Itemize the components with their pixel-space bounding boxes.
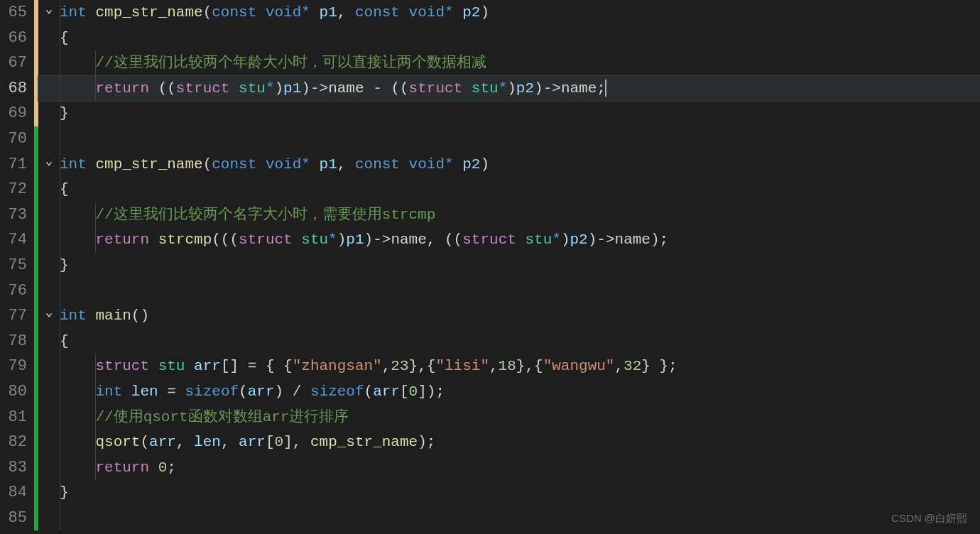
- code-token: "lisi": [435, 358, 489, 374]
- code-token: 32: [624, 358, 641, 374]
- line-number: 82: [0, 430, 27, 455]
- line-number: 70: [0, 126, 27, 152]
- line-number: 74: [0, 227, 27, 253]
- code-line[interactable]: //这里我们比较两个年龄大小时，可以直接让两个数据相减: [38, 50, 980, 76]
- code-token: ,: [489, 358, 499, 374]
- code-token: stu: [301, 231, 328, 248]
- code-token: ],: [283, 434, 310, 450]
- code-token: sizeof: [310, 383, 364, 400]
- code-token: stu: [158, 358, 194, 374]
- code-token: ): [561, 231, 570, 248]
- line-number: 72: [0, 177, 27, 202]
- code-token: ): [480, 156, 489, 173]
- code-token: 18: [499, 358, 516, 374]
- code-line[interactable]: int len = sizeof(arr) / sizeof(arr[0]);: [38, 379, 980, 405]
- code-token: (: [239, 383, 248, 400]
- code-token: p1: [310, 4, 337, 21]
- code-token: ): [301, 80, 310, 97]
- code-line[interactable]: }: [38, 480, 980, 506]
- code-token: ): [507, 80, 516, 97]
- code-token: [: [266, 434, 275, 450]
- code-token: //这里我们比较两个名字大小时，需要使用strcmp: [95, 207, 435, 223]
- code-line[interactable]: {: [38, 329, 980, 354]
- code-token: *: [445, 156, 454, 173]
- code-line[interactable]: int main(): [38, 303, 980, 329]
- code-token: return: [95, 459, 158, 476]
- fold-chevron-icon[interactable]: [44, 310, 54, 320]
- code-token: );: [418, 434, 435, 450]
- code-token: arr: [239, 434, 266, 450]
- code-token: 0: [158, 459, 168, 476]
- code-line[interactable]: {: [38, 177, 980, 202]
- line-number: 85: [0, 506, 27, 531]
- code-token: *: [445, 4, 454, 21]
- code-token: stu: [472, 80, 499, 97]
- code-token: *: [301, 4, 310, 21]
- code-token: void: [409, 156, 445, 173]
- code-line[interactable]: [38, 278, 980, 304]
- code-token: {: [60, 30, 69, 46]
- code-token: ->: [543, 80, 561, 97]
- code-token: 0: [409, 383, 418, 400]
- code-token: ->: [373, 231, 391, 248]
- code-token: ): [337, 231, 347, 248]
- code-token: const: [355, 156, 409, 173]
- code-token: ,: [221, 434, 239, 450]
- line-number: 84: [0, 480, 27, 506]
- line-number: 75: [0, 253, 27, 278]
- code-editor[interactable]: 6566676869707172737475767778798081828384…: [0, 0, 980, 534]
- fold-chevron-icon[interactable]: [44, 7, 54, 17]
- code-token: ,: [337, 4, 355, 21]
- code-token: main: [95, 307, 131, 324]
- code-line[interactable]: [38, 126, 980, 152]
- code-line[interactable]: [38, 506, 980, 531]
- line-number: 78: [0, 329, 27, 354]
- code-token: ->: [597, 231, 614, 248]
- code-token: name: [615, 231, 650, 248]
- code-token: p2: [454, 156, 481, 173]
- code-token: ,: [337, 156, 355, 173]
- code-line[interactable]: return strcmp(((struct stu*)p1)->name, (…: [38, 227, 980, 253]
- code-line[interactable]: int cmp_str_name(const void* p1, const v…: [38, 152, 980, 178]
- code-area[interactable]: int cmp_str_name(const void* p1, const v…: [38, 0, 980, 534]
- code-token: -: [373, 80, 391, 97]
- code-line[interactable]: return 0;: [38, 455, 980, 481]
- code-line[interactable]: //使用qsort函数对数组arr进行排序: [38, 405, 980, 430]
- code-token: ;: [167, 459, 176, 476]
- code-token: *: [328, 231, 337, 248]
- code-line[interactable]: qsort(arr, len, arr[0], cmp_str_name);: [38, 430, 980, 455]
- code-token: ): [364, 231, 374, 248]
- code-line[interactable]: struct stu arr[] = { {"zhangsan",23},{"l…: [38, 354, 980, 379]
- code-token: },{: [516, 358, 543, 374]
- code-token: ((: [391, 80, 408, 97]
- line-number-gutter: 6566676869707172737475767778798081828384…: [0, 0, 34, 534]
- code-token: const: [212, 4, 266, 21]
- watermark: CSDN @白妍熙: [891, 512, 967, 525]
- code-token: name: [328, 80, 373, 97]
- code-line[interactable]: {: [38, 26, 980, 51]
- code-token: ((: [445, 231, 462, 248]
- code-token: *: [552, 231, 561, 248]
- code-token: //使用qsort函数对数组arr进行排序: [95, 409, 349, 425]
- code-token: (((: [212, 231, 239, 248]
- code-token: {: [60, 333, 69, 349]
- code-token: strcmp: [158, 231, 212, 248]
- code-token: p1: [283, 80, 301, 97]
- code-token: (: [364, 383, 374, 400]
- code-token: ): [534, 80, 543, 97]
- code-token: *: [266, 80, 275, 97]
- code-line[interactable]: return ((struct stu*)p1)->name - ((struc…: [38, 76, 980, 102]
- code-line[interactable]: }: [38, 101, 980, 126]
- code-token: const: [212, 156, 266, 173]
- line-number: 76: [0, 278, 27, 304]
- code-token: int: [60, 156, 95, 173]
- code-line[interactable]: //这里我们比较两个名字大小时，需要使用strcmp: [38, 202, 980, 228]
- line-number: 71: [0, 152, 27, 178]
- code-token: ((: [158, 80, 176, 97]
- fold-chevron-icon[interactable]: [44, 159, 54, 169]
- code-line[interactable]: int cmp_str_name(const void* p1, const v…: [38, 0, 980, 26]
- code-token: qsort: [95, 434, 140, 450]
- code-token: return: [95, 231, 158, 248]
- code-token: *: [301, 156, 310, 173]
- code-line[interactable]: }: [38, 253, 980, 278]
